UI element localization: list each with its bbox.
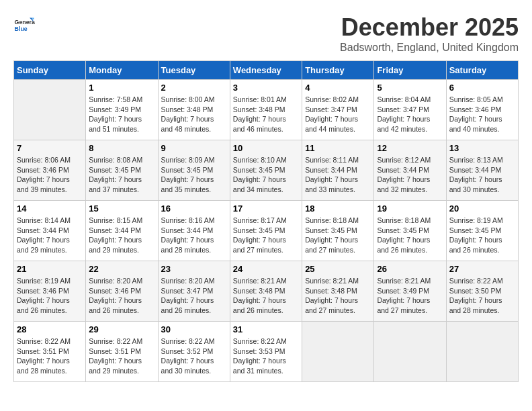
day-info: Sunrise: 8:17 AMSunset: 3:45 PMDaylight:… (233, 216, 299, 255)
weekday-header-row: SundayMondayTuesdayWednesdayThursdayFrid… (14, 61, 519, 80)
day-number: 7 (17, 143, 83, 153)
day-number: 19 (377, 203, 443, 214)
svg-text:Blue: Blue (15, 26, 28, 32)
calendar-cell: 4Sunrise: 8:02 AMSunset: 3:47 PMDaylight… (302, 80, 374, 140)
day-info: Sunrise: 8:08 AMSunset: 3:45 PMDaylight:… (89, 155, 154, 195)
day-number: 21 (17, 264, 83, 274)
day-info: Sunrise: 8:20 AMSunset: 3:46 PMDaylight:… (89, 276, 154, 316)
calendar-cell: 6Sunrise: 8:05 AMSunset: 3:46 PMDaylight… (446, 80, 518, 140)
calendar-cell: 5Sunrise: 8:04 AMSunset: 3:47 PMDaylight… (374, 80, 446, 140)
day-info: Sunrise: 8:10 AMSunset: 3:45 PMDaylight:… (233, 155, 299, 195)
page-header: General Blue December 2025 Badsworth, En… (13, 13, 519, 54)
day-number: 15 (89, 203, 154, 214)
calendar-cell: 24Sunrise: 8:21 AMSunset: 3:48 PMDayligh… (230, 261, 302, 322)
calendar-week-3: 14Sunrise: 8:14 AMSunset: 3:44 PMDayligh… (14, 201, 519, 261)
calendar-cell: 20Sunrise: 8:19 AMSunset: 3:45 PMDayligh… (446, 201, 518, 261)
calendar-cell: 22Sunrise: 8:20 AMSunset: 3:46 PMDayligh… (86, 261, 158, 322)
weekday-header-monday: Monday (86, 61, 158, 80)
calendar-cell: 2Sunrise: 8:00 AMSunset: 3:48 PMDaylight… (158, 80, 230, 140)
calendar-week-1: 1Sunrise: 7:58 AMSunset: 3:49 PMDaylight… (14, 80, 519, 140)
day-info: Sunrise: 8:00 AMSunset: 3:48 PMDaylight:… (161, 95, 227, 134)
day-info: Sunrise: 8:20 AMSunset: 3:47 PMDaylight:… (161, 276, 227, 316)
calendar-cell: 13Sunrise: 8:13 AMSunset: 3:44 PMDayligh… (446, 140, 518, 201)
calendar-cell: 30Sunrise: 8:22 AMSunset: 3:52 PMDayligh… (158, 322, 230, 382)
day-number: 18 (305, 203, 371, 214)
day-info: Sunrise: 8:15 AMSunset: 3:44 PMDaylight:… (89, 216, 154, 255)
day-info: Sunrise: 8:22 AMSunset: 3:52 PMDaylight:… (161, 336, 227, 376)
calendar-cell (374, 322, 446, 382)
day-number: 29 (89, 324, 154, 334)
calendar-cell (302, 322, 374, 382)
day-info: Sunrise: 8:22 AMSunset: 3:51 PMDaylight:… (89, 336, 154, 376)
day-info: Sunrise: 7:58 AMSunset: 3:49 PMDaylight:… (89, 95, 154, 134)
day-number: 6 (449, 83, 515, 93)
calendar-cell: 15Sunrise: 8:15 AMSunset: 3:44 PMDayligh… (86, 201, 158, 261)
day-number: 28 (17, 324, 83, 334)
day-number: 17 (233, 203, 299, 214)
calendar-cell: 29Sunrise: 8:22 AMSunset: 3:51 PMDayligh… (86, 322, 158, 382)
day-info: Sunrise: 8:22 AMSunset: 3:51 PMDaylight:… (17, 336, 83, 376)
day-number: 9 (161, 143, 227, 153)
calendar-cell: 31Sunrise: 8:22 AMSunset: 3:53 PMDayligh… (230, 322, 302, 382)
day-number: 10 (233, 143, 299, 153)
day-number: 4 (305, 83, 371, 93)
weekday-header-wednesday: Wednesday (230, 61, 302, 80)
day-number: 5 (377, 83, 443, 93)
calendar-cell: 9Sunrise: 8:09 AMSunset: 3:45 PMDaylight… (158, 140, 230, 201)
calendar-cell: 8Sunrise: 8:08 AMSunset: 3:45 PMDaylight… (86, 140, 158, 201)
calendar-cell: 28Sunrise: 8:22 AMSunset: 3:51 PMDayligh… (14, 322, 86, 382)
day-number: 8 (89, 143, 154, 153)
title-block: December 2025 Badsworth, England, United… (340, 13, 519, 54)
day-number: 25 (305, 264, 371, 274)
calendar-cell: 16Sunrise: 8:16 AMSunset: 3:44 PMDayligh… (158, 201, 230, 261)
day-info: Sunrise: 8:18 AMSunset: 3:45 PMDaylight:… (305, 216, 371, 255)
day-info: Sunrise: 8:22 AMSunset: 3:53 PMDaylight:… (233, 336, 299, 376)
calendar-week-4: 21Sunrise: 8:19 AMSunset: 3:46 PMDayligh… (14, 261, 519, 322)
day-number: 14 (17, 203, 83, 214)
weekday-header-friday: Friday (374, 61, 446, 80)
day-info: Sunrise: 8:21 AMSunset: 3:49 PMDaylight:… (377, 276, 443, 316)
weekday-header-tuesday: Tuesday (158, 61, 230, 80)
calendar-cell: 21Sunrise: 8:19 AMSunset: 3:46 PMDayligh… (14, 261, 86, 322)
calendar-cell: 17Sunrise: 8:17 AMSunset: 3:45 PMDayligh… (230, 201, 302, 261)
day-info: Sunrise: 8:01 AMSunset: 3:48 PMDaylight:… (233, 95, 299, 134)
calendar-week-2: 7Sunrise: 8:06 AMSunset: 3:46 PMDaylight… (14, 140, 519, 201)
calendar-cell: 26Sunrise: 8:21 AMSunset: 3:49 PMDayligh… (374, 261, 446, 322)
day-info: Sunrise: 8:05 AMSunset: 3:46 PMDaylight:… (449, 95, 515, 134)
calendar-cell (446, 322, 518, 382)
weekday-header-thursday: Thursday (302, 61, 374, 80)
day-number: 3 (233, 83, 299, 93)
calendar-cell: 3Sunrise: 8:01 AMSunset: 3:48 PMDaylight… (230, 80, 302, 140)
day-info: Sunrise: 8:14 AMSunset: 3:44 PMDaylight:… (17, 216, 83, 255)
month-title: December 2025 (340, 13, 519, 42)
day-number: 20 (449, 203, 515, 214)
day-number: 11 (305, 143, 371, 153)
day-number: 30 (161, 324, 227, 334)
calendar-cell: 19Sunrise: 8:18 AMSunset: 3:45 PMDayligh… (374, 201, 446, 261)
location: Badsworth, England, United Kingdom (340, 42, 519, 54)
weekday-header-sunday: Sunday (14, 61, 86, 80)
day-info: Sunrise: 8:19 AMSunset: 3:46 PMDaylight:… (17, 276, 83, 316)
day-info: Sunrise: 8:13 AMSunset: 3:44 PMDaylight:… (449, 155, 515, 195)
calendar-table: SundayMondayTuesdayWednesdayThursdayFrid… (13, 60, 519, 382)
day-number: 27 (449, 264, 515, 274)
calendar-cell: 27Sunrise: 8:22 AMSunset: 3:50 PMDayligh… (446, 261, 518, 322)
day-info: Sunrise: 8:21 AMSunset: 3:48 PMDaylight:… (305, 276, 371, 316)
calendar-cell: 23Sunrise: 8:20 AMSunset: 3:47 PMDayligh… (158, 261, 230, 322)
day-number: 16 (161, 203, 227, 214)
day-number: 12 (377, 143, 443, 153)
calendar-cell: 18Sunrise: 8:18 AMSunset: 3:45 PMDayligh… (302, 201, 374, 261)
day-number: 31 (233, 324, 299, 334)
calendar-cell: 10Sunrise: 8:10 AMSunset: 3:45 PMDayligh… (230, 140, 302, 201)
calendar-cell: 1Sunrise: 7:58 AMSunset: 3:49 PMDaylight… (86, 80, 158, 140)
day-info: Sunrise: 8:19 AMSunset: 3:45 PMDaylight:… (449, 216, 515, 255)
calendar-cell (14, 80, 86, 140)
calendar-cell: 7Sunrise: 8:06 AMSunset: 3:46 PMDaylight… (14, 140, 86, 201)
day-info: Sunrise: 8:11 AMSunset: 3:44 PMDaylight:… (305, 155, 371, 195)
weekday-header-saturday: Saturday (446, 61, 518, 80)
calendar-cell: 25Sunrise: 8:21 AMSunset: 3:48 PMDayligh… (302, 261, 374, 322)
day-info: Sunrise: 8:02 AMSunset: 3:47 PMDaylight:… (305, 95, 371, 134)
day-info: Sunrise: 8:22 AMSunset: 3:50 PMDaylight:… (449, 276, 515, 316)
day-info: Sunrise: 8:09 AMSunset: 3:45 PMDaylight:… (161, 155, 227, 195)
day-info: Sunrise: 8:16 AMSunset: 3:44 PMDaylight:… (161, 216, 227, 255)
